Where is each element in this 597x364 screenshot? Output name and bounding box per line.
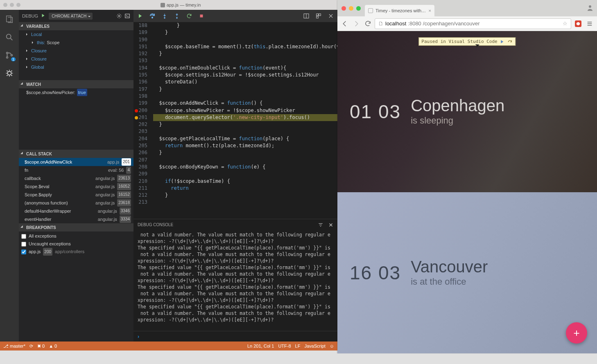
callstack-frame[interactable]: Scope.$evalangular.js16052 (19, 182, 133, 191)
back-button[interactable] (340, 19, 349, 28)
callstack-frame[interactable]: Scope.$applyangular.js16152 (19, 191, 133, 199)
svg-point-5 (7, 71, 11, 75)
svg-point-4 (11, 54, 13, 56)
breakpoint-row[interactable]: All exceptions (21, 232, 131, 240)
start-debug-icon[interactable] (41, 13, 46, 19)
close-editor-icon[interactable] (327, 12, 335, 20)
favicon (368, 8, 373, 13)
site-info-icon[interactable]: 🗋 (378, 20, 384, 27)
file-icon (161, 3, 165, 7)
svg-point-16 (589, 5, 591, 8)
restart-button[interactable] (185, 12, 193, 20)
breakpoint-checkbox[interactable] (21, 234, 26, 239)
menu-icon[interactable] (585, 19, 594, 28)
search-icon[interactable] (4, 32, 15, 43)
svg-rect-13 (317, 14, 319, 16)
traffic-max[interactable] (16, 3, 20, 7)
breakpoint-checkbox[interactable] (21, 249, 26, 254)
step-into-button[interactable] (161, 12, 169, 20)
callstack-frame[interactable]: fneval: 564 (19, 166, 133, 174)
debug-console-input[interactable]: › (133, 331, 337, 342)
scope-node[interactable]: Closure (19, 55, 133, 63)
watch-expression[interactable]: $scope.showNewPicker: true (19, 88, 133, 97)
git-branch[interactable]: ⎇ master* (3, 344, 25, 349)
status-warnings[interactable]: ▲ 0 (49, 344, 57, 348)
breakpoint-row[interactable]: Uncaught exceptions (21, 240, 131, 248)
watch-header[interactable]: WATCH (19, 80, 133, 88)
explorer-icon[interactable] (4, 14, 15, 25)
url-host: localhost (385, 20, 406, 27)
callstack-frame[interactable]: eventHandlerangular.js3334 (19, 215, 133, 223)
traffic-min[interactable] (349, 6, 353, 11)
callstack-frame[interactable]: (anonymous function)angular.js23618 (19, 199, 133, 207)
status-errors[interactable]: ✖ 0 (37, 344, 45, 349)
gear-icon[interactable] (116, 13, 122, 19)
svg-point-9 (164, 18, 165, 18)
scope-node[interactable]: Closure (19, 47, 133, 55)
debug-console-tab[interactable]: DEBUG CONSOLE (138, 220, 173, 230)
timezone-row-copenhagen[interactable]: 01 03 Copenhagen is sleeping (337, 31, 597, 192)
traffic-close[interactable] (341, 6, 346, 11)
svg-point-8 (152, 17, 153, 18)
variables-header[interactable]: VARIABLES (19, 22, 133, 30)
profile-icon[interactable] (586, 4, 594, 10)
debug-config-select[interactable]: Chrome Attach (49, 13, 93, 20)
variable-node[interactable]: this: Scope (19, 38, 133, 47)
panel-filter-icon[interactable] (318, 222, 323, 228)
city-name: Vancouver (411, 258, 488, 275)
status-lang[interactable]: JavaScript (304, 344, 325, 348)
step-over-button[interactable] (148, 12, 156, 20)
tab-close-icon[interactable]: × (429, 8, 431, 13)
city-name: Copenhagen (411, 97, 504, 114)
vscode-window: app.js — timey.in 1 DEBUG Chrome Attach … (0, 0, 337, 351)
scope-node[interactable]: Local (19, 30, 133, 38)
svg-point-3 (7, 57, 8, 58)
more-icon[interactable] (314, 12, 323, 20)
svg-point-6 (118, 15, 120, 17)
status-encoding[interactable]: UTF-8 (278, 344, 291, 348)
step-out-button[interactable] (173, 12, 181, 20)
continue-button[interactable] (136, 12, 144, 20)
traffic-min[interactable] (10, 3, 14, 7)
svg-point-1 (7, 34, 11, 39)
scope-node[interactable]: Global (19, 63, 133, 71)
vscode-titlebar: app.js — timey.in (0, 0, 337, 10)
status-eol[interactable]: LF (295, 344, 301, 348)
paused-text: Paused in Visual Studio Code (421, 39, 497, 44)
split-editor-icon[interactable] (302, 12, 310, 20)
svg-rect-15 (317, 16, 319, 18)
url-path: /copenhagen/vancouver (423, 20, 480, 27)
callstack-frame[interactable]: $scope.onAddNewClickapp.js201 (19, 158, 133, 166)
timezone-row-vancouver[interactable]: 16 03 Vancouver is at the office (337, 192, 597, 353)
forward-button[interactable] (352, 19, 361, 28)
breakpoints-header[interactable]: BREAKPOINTS (19, 223, 133, 231)
traffic-close[interactable] (3, 3, 7, 7)
adblock-icon[interactable] (574, 19, 583, 28)
stop-button[interactable] (197, 12, 206, 20)
breakpoint-checkbox[interactable] (21, 242, 26, 247)
status-cursor[interactable]: Ln 201, Col 1 (247, 344, 274, 348)
status-sync[interactable]: ⟳ (29, 344, 33, 349)
code-editor[interactable]: 1881891901911921931941951961971981992002… (133, 22, 337, 219)
step-icon[interactable] (507, 39, 513, 44)
callstack-header[interactable]: CALL STACK (19, 150, 133, 158)
bookmark-star-icon[interactable]: ☆ (563, 20, 568, 27)
panel-close-icon[interactable] (328, 222, 333, 227)
traffic-max[interactable] (356, 6, 361, 11)
browser-tab[interactable]: Timey - timezones with a h × (365, 5, 434, 16)
resume-icon[interactable] (500, 39, 505, 44)
repl-icon[interactable] (124, 13, 130, 19)
debug-icon[interactable] (4, 68, 15, 79)
callstack-frame[interactable]: callbackangular.js23613 (19, 174, 133, 182)
browser-toolbar: 🗋 localhost:8080/copenhagen/vancouver ☆ (337, 16, 597, 31)
status-smile-icon[interactable]: ☺ (330, 344, 334, 348)
add-city-button[interactable]: + (566, 322, 587, 344)
callstack-frame[interactable]: defaultHandlerWrapperangular.js3346 (19, 207, 133, 215)
time-display: 01 03 (350, 101, 401, 123)
debug-console-output[interactable]: not a valid number. The value must match… (133, 231, 337, 331)
address-bar[interactable]: 🗋 localhost:8080/copenhagen/vancouver ☆ (375, 18, 571, 29)
breakpoint-row[interactable]: app.js 200 app/controllers (21, 248, 131, 256)
tab-title: Timey - timezones with a h (375, 8, 426, 13)
git-icon[interactable]: 1 (4, 50, 15, 61)
reload-button[interactable] (363, 19, 372, 28)
